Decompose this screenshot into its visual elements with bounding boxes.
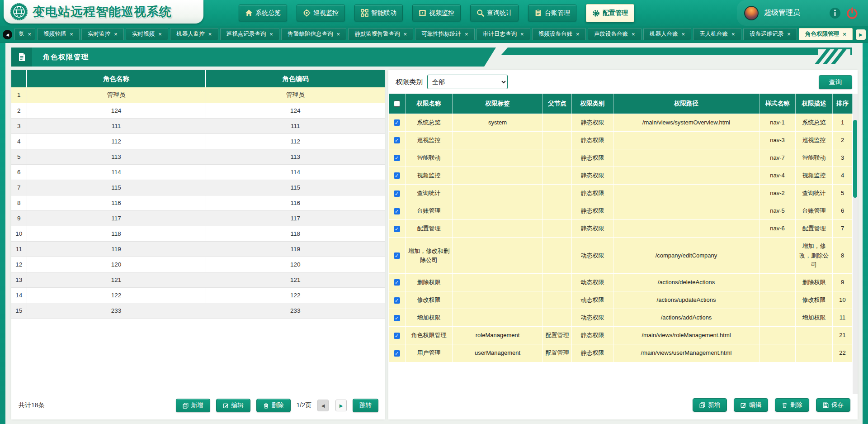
perm-parent-cell (543, 309, 572, 327)
tab-item[interactable]: 静默监视告警查询× (348, 28, 413, 40)
tab-close-icon[interactable]: × (787, 31, 791, 37)
prev-page-icon[interactable]: ◀ (317, 400, 329, 411)
tab-item[interactable]: 可靠性指标统计× (415, 28, 475, 40)
nav-clipboard-button[interactable]: 台账管理 (528, 5, 576, 21)
tab-item[interactable]: 视频轮播× (37, 28, 80, 40)
avatar[interactable] (744, 6, 759, 20)
row-checkbox[interactable] (394, 297, 400, 304)
role-row[interactable]: 12120120 (11, 257, 385, 272)
next-page-icon[interactable]: ▶ (335, 400, 347, 411)
role-row[interactable]: 6114114 (11, 164, 385, 180)
tab-close-icon[interactable]: × (70, 31, 73, 37)
tab-close-icon[interactable]: × (403, 31, 407, 37)
nav-search-button[interactable]: 查询统计 (470, 5, 519, 21)
select-all-checkbox[interactable] (394, 100, 400, 107)
row-checkbox[interactable] (394, 191, 400, 197)
tab-item[interactable]: 告警缺陷信息查询× (281, 28, 346, 40)
tab-close-icon[interactable]: × (843, 31, 846, 37)
perm-name-cell: 增加，修改和删除公司 (406, 238, 453, 273)
tab-item[interactable]: 实时监控× (81, 28, 124, 40)
tab-item[interactable]: 角色权限管理× (799, 28, 853, 40)
permission-type-select[interactable]: 全部 (427, 75, 508, 89)
role-index-cell: 10 (11, 226, 27, 241)
perm-checkbox-cell (389, 131, 406, 149)
perm-delete-button[interactable]: 删除 (775, 398, 809, 412)
row-checkbox[interactable] (394, 172, 400, 179)
tab-scroll-right-icon[interactable]: ▶ (856, 29, 866, 40)
nav-home-button[interactable]: 系统总览 (239, 5, 287, 21)
row-checkbox[interactable] (394, 252, 400, 259)
row-checkbox[interactable] (394, 137, 400, 143)
nav-gear-button[interactable]: 配置管理 (586, 4, 634, 22)
tab-close-icon[interactable]: × (632, 31, 635, 37)
nav-link-grid-button[interactable]: 智能联动 (354, 5, 403, 21)
tab-close-icon[interactable]: × (208, 31, 212, 37)
role-row[interactable]: 3111111 (11, 118, 385, 133)
role-row[interactable]: 7115115 (11, 180, 385, 195)
tab-item[interactable]: 机器人台账× (643, 28, 692, 40)
tab-item[interactable]: 览× (14, 28, 35, 40)
tab-close-icon[interactable]: × (682, 31, 685, 37)
roles-panel: 角色名称 角色编码 1管理员管理员21241243111111411211251… (11, 70, 385, 419)
row-checkbox[interactable] (394, 315, 400, 321)
tab-item[interactable]: 设备运维记录× (743, 28, 797, 40)
tab-close-icon[interactable]: × (158, 31, 162, 37)
jump-page-button[interactable]: 跳转 (353, 399, 378, 412)
row-checkbox[interactable] (394, 350, 400, 357)
tab-item[interactable]: 声纹设备台账× (588, 28, 642, 40)
role-row[interactable]: 13121121 (11, 272, 385, 287)
tab-item[interactable]: 实时视频× (126, 28, 168, 40)
tab-close-icon[interactable]: × (269, 31, 273, 37)
role-row[interactable]: 14122122 (11, 287, 385, 303)
perm-tag-cell (453, 167, 543, 184)
role-row[interactable]: 1管理员管理员 (11, 87, 385, 103)
nav-video-button[interactable]: 视频监控 (412, 5, 461, 21)
row-checkbox[interactable] (394, 119, 400, 126)
perm-desc-cell: 配置管理 (796, 220, 833, 238)
tab-item[interactable]: 视频设备台账× (532, 28, 586, 40)
role-code-cell: 112 (206, 133, 385, 149)
tab-close-icon[interactable]: × (520, 31, 524, 37)
perm-sort-header: 排序 (833, 94, 853, 114)
perm-parent-cell (543, 131, 572, 149)
scrollbar-thumb[interactable] (853, 120, 857, 198)
row-checkbox[interactable] (394, 208, 400, 214)
perm-edit-button[interactable]: 编辑 (734, 398, 768, 412)
logout-power-icon[interactable] (846, 7, 858, 19)
role-delete-button[interactable]: 删除 (256, 399, 291, 412)
nav-eye-button[interactable]: 巡视监控 (297, 5, 345, 21)
tab-item[interactable]: 机器人监控× (170, 28, 218, 40)
perm-type-cell: 动态权限 (572, 238, 613, 273)
tab-item[interactable]: 审计日志查询× (476, 28, 530, 40)
perm-type-cell: 静态权限 (572, 202, 613, 220)
row-checkbox[interactable] (394, 226, 400, 232)
role-row[interactable]: 2124124 (11, 103, 385, 118)
perm-add-button[interactable]: 新增 (693, 398, 727, 412)
tab-close-icon[interactable]: × (336, 31, 340, 37)
role-row[interactable]: 8116116 (11, 195, 385, 210)
role-row[interactable]: 5113113 (11, 149, 385, 164)
tab-close-icon[interactable]: × (465, 31, 468, 37)
row-checkbox[interactable] (394, 279, 400, 286)
tab-close-icon[interactable]: × (576, 31, 580, 37)
tab-close-icon[interactable]: × (28, 31, 32, 37)
role-row[interactable]: 11119119 (11, 241, 385, 257)
row-checkbox[interactable] (394, 155, 400, 161)
role-row[interactable]: 9117117 (11, 210, 385, 226)
role-row[interactable]: 15233233 (11, 303, 385, 318)
row-checkbox[interactable] (394, 333, 400, 339)
perm-save-button[interactable]: 保存 (816, 398, 850, 412)
perm-parent-cell (543, 220, 572, 238)
perm-tag-cell: system (453, 114, 543, 131)
tab-close-icon[interactable]: × (731, 31, 735, 37)
tab-scroll-left-icon[interactable]: ◀ (3, 30, 12, 39)
tab-item[interactable]: 巡视点记录查询× (220, 28, 280, 40)
tab-item[interactable]: 无人机台账× (693, 28, 741, 40)
info-icon[interactable] (829, 7, 841, 19)
search-button[interactable]: 查询 (819, 75, 852, 89)
role-add-button[interactable]: 新增 (176, 399, 210, 412)
role-edit-button[interactable]: 编辑 (216, 399, 250, 412)
role-row[interactable]: 10118118 (11, 226, 385, 241)
role-row[interactable]: 4112112 (11, 133, 385, 149)
tab-close-icon[interactable]: × (114, 31, 118, 37)
